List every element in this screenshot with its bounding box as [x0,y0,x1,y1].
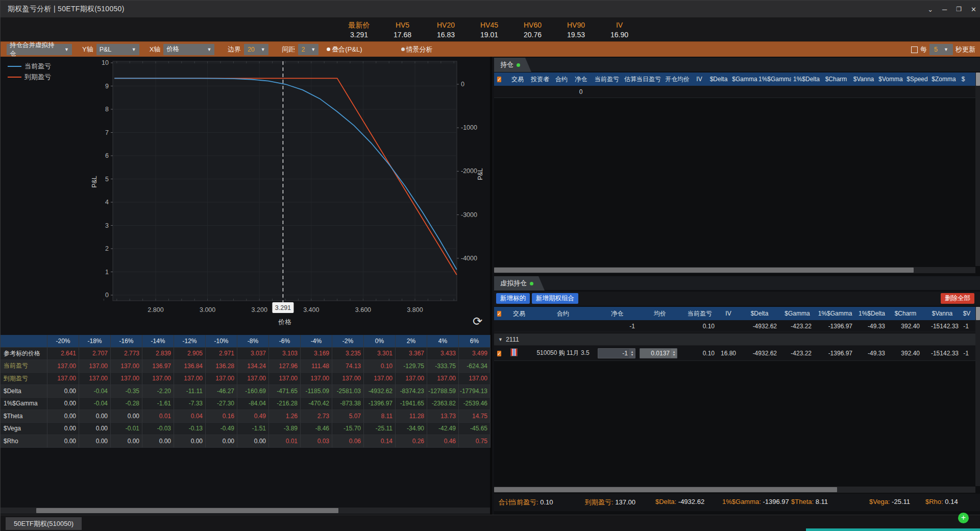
scenario-cell: 3.301 [364,348,396,360]
scrollbar-thumb[interactable] [36,508,338,513]
interval-select[interactable]: 5▼ [929,44,953,55]
step-select[interactable]: 2▼ [298,44,318,55]
toolbar: 持仓合并虚拟持仓▼ Y轴 P&L▼ X轴 价格▼ 边界 20▼ 间距 2▼ 叠合… [1,41,980,57]
total-value: -1396.97 [763,498,789,505]
virtual-col-header: $Gamma [780,310,815,317]
overlay-radio[interactable]: 叠合(P&L) [327,45,362,54]
stat-label: HV60 [511,20,554,30]
scenario-cell: 137.00 [364,373,396,385]
scenario-corner-cell [1,335,47,348]
virtual-position-cell: -1396.97 [815,350,855,357]
close-icon[interactable]: ✕ [971,6,976,13]
totals-bar: 合计 当前盈亏: 0.10到期盈亏: 137.00$Delta: -4932.6… [494,494,980,511]
scenario-cell: 3.433 [427,348,459,360]
stepper-arrows-icon[interactable]: ▲▼ [671,349,677,358]
x-axis-tick: 3.400 [303,306,319,313]
mode-select[interactable]: 持仓合并虚拟持仓▼ [7,44,72,55]
stepper-value: 0.0137 [640,350,671,357]
refresh-icon[interactable]: ⟳ [473,315,482,328]
checkbox-checked-icon[interactable]: ✓ [497,351,501,356]
scenario-cell: -1941.65 [396,398,427,411]
scenario-cell: 0.75 [459,435,491,448]
group-row[interactable]: ▼ 2111 [494,333,975,346]
maximize-icon[interactable]: ❐ [956,6,962,13]
chart-panel: 1098765432100-1000-2000-3000-40002.8003.… [1,57,492,515]
pnl-chart[interactable]: 1098765432100-1000-2000-3000-40002.8003.… [1,57,492,335]
stat-item-最新价: 最新价3.291 [337,20,381,40]
delete-all-button[interactable]: 删除全部 [941,293,974,304]
scenario-cell: 136.84 [174,360,206,373]
price-tooltip-value: 3.291 [275,304,291,311]
boundary-select[interactable]: 20▼ [244,44,268,55]
collapse-triangle-icon[interactable]: ▼ [498,337,503,342]
y-axis-select[interactable]: P&L▼ [96,44,139,55]
scenario-h-scrollbar[interactable] [1,508,490,514]
chevron-down-icon: ▼ [60,47,69,52]
add-underlying-button[interactable]: 新增标的 [496,293,530,304]
scenario-cell: -15.70 [332,423,364,436]
chevron-down-icon: ▼ [128,47,136,52]
left-axis-tick: 9 [105,83,109,90]
stat-value: 3.291 [337,30,381,40]
add-option-combo-button[interactable]: 新增期权组合 [532,293,578,304]
scenario-col-header: 4% [427,335,459,348]
avg-price-stepper[interactable]: 0.0137▲▼ [640,348,677,358]
positions-col-header: 估算当日盈亏 [623,75,663,84]
virtual-col-header: $Vanna [923,310,962,317]
minimize-icon[interactable]: ─ [942,6,947,13]
positions-v-scrollbar[interactable] [975,73,980,266]
positions-row[interactable]: 0 [494,86,975,98]
scenario-cell: 0.00 [47,398,79,411]
chevron-down-icon[interactable]: ⌄ [927,6,933,13]
stat-value: 19.01 [468,30,511,40]
virtual-summary-cell: -1 [962,323,972,330]
positions-col-header: $Delta [706,76,731,83]
positions-col-header: $Speed [904,76,930,83]
scenario-cell: 2.839 [142,348,174,360]
scenario-cell: -0.28 [111,398,142,411]
net-position-stepper[interactable]: -1▲▼ [598,348,635,358]
positions-h-scrollbar[interactable] [494,267,975,273]
positions-col-header: $Charm [822,76,850,83]
positions-col-header: 1%$Delta [791,76,822,83]
statusbar-tab[interactable]: 50ETF期权(510050) [6,517,82,530]
add-tab-button[interactable]: + [958,513,969,523]
scenario-cell: 137.00 [459,373,491,385]
virtual-v-scrollbar[interactable] [975,307,980,486]
total-label: 当前盈亏: [510,498,540,506]
scenario-cell: 2.73 [301,410,332,423]
legend-line-icon [8,66,21,67]
auto-update-checkbox[interactable] [911,46,918,53]
positions-col-header: 当前盈亏 [591,75,623,84]
scenario-cell: -8.46 [301,423,332,436]
x-axis-tick: 3.600 [355,306,371,313]
scenario-cell: 136.28 [206,360,237,373]
virtual-position-row[interactable]: ✓510050 购 11月 3.5-1▲▼0.0137▲▼0.1016.80-4… [494,346,975,361]
virtual-summary-cell: -4932.62 [739,323,780,330]
stepper-arrows-icon[interactable]: ▲▼ [629,349,635,358]
tab-positions[interactable]: 持仓 [494,58,531,72]
x-axis-select[interactable]: 价格▼ [163,44,214,55]
tab-virtual-positions[interactable]: 虚拟持仓 [494,276,545,291]
stat-item-HV20: HV2016.83 [424,20,468,40]
virtual-h-scrollbar[interactable] [494,487,975,493]
stat-value: 19.53 [554,30,598,40]
positions-cell: 0 [571,88,591,95]
legend-line-icon [8,77,21,78]
virtual-position-cell: 0.10 [682,350,718,357]
scenario-cell: 127.96 [269,360,301,373]
scenario-cell: 0.06 [332,435,364,448]
scenario-radio[interactable]: 情景分析 [401,45,433,54]
stat-value: 20.76 [511,30,554,40]
checkbox-checked-icon[interactable]: ✓ [497,77,501,82]
scenario-cell: 137.00 [47,373,79,385]
checkbox-checked-icon[interactable]: ✓ [497,311,501,317]
stepper-value: -1 [598,350,629,357]
scenario-cell: 2.905 [174,348,206,360]
virtual-summary-cell: -49.33 [855,323,888,330]
scenario-cell: 111.48 [301,360,332,373]
stats-bar: 最新价3.291HV517.68HV2016.83HV4519.01HV6020… [1,18,980,41]
trade-cell [508,348,530,358]
virtual-summary-cell: 392.40 [888,323,923,330]
scenario-row-label: 1%$Gamma [1,398,47,411]
